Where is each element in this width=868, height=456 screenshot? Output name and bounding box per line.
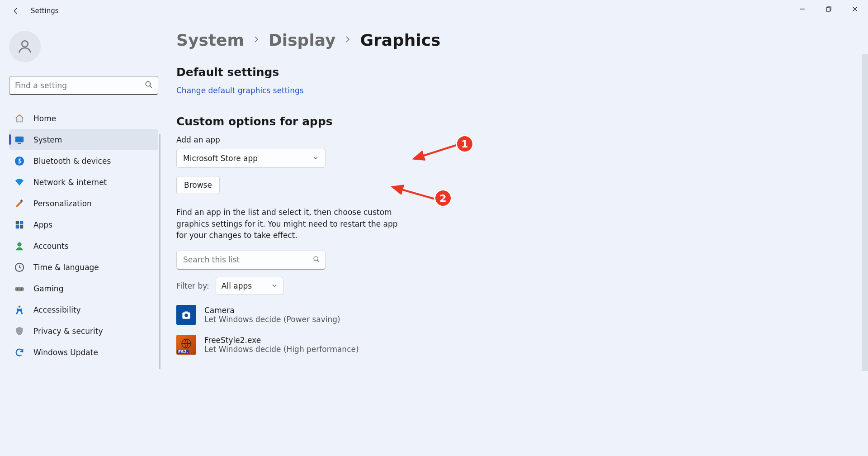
- annotation-badge-1: 1: [456, 135, 474, 153]
- sidebar-item-privacy[interactable]: Privacy & security: [9, 320, 158, 342]
- filter-label: Filter by:: [176, 281, 209, 290]
- app-setting: Let Windows decide (Power saving): [204, 315, 340, 324]
- dropdown-value: Microsoft Store app: [183, 154, 258, 163]
- app-setting: Let Windows decide (High performance): [204, 345, 359, 354]
- content-scrollbar[interactable]: [862, 54, 868, 371]
- chevron-down-icon: [312, 154, 319, 163]
- accessibility-icon: [14, 304, 25, 316]
- app-name: FreeStyle2.exe: [204, 336, 359, 345]
- shield-icon: [14, 325, 25, 337]
- wifi-icon: [14, 176, 25, 188]
- window-title: Settings: [31, 7, 59, 15]
- svg-rect-14: [20, 225, 23, 228]
- svg-rect-11: [16, 221, 19, 224]
- main-content: System Display Graphics Default settings…: [163, 22, 868, 456]
- bluetooth-icon: [14, 155, 25, 167]
- close-icon: [852, 6, 858, 12]
- sidebar-item-bluetooth[interactable]: Bluetooth & devices: [9, 150, 158, 171]
- gamepad-icon: [14, 283, 25, 294]
- svg-point-20: [19, 305, 21, 308]
- svg-point-19: [21, 288, 22, 290]
- sidebar-item-gaming[interactable]: Gaming: [9, 278, 158, 299]
- button-label: Browse: [184, 180, 212, 190]
- app-item-freestyle2[interactable]: FS2. FreeStyle2.exe Let Windows decide (…: [176, 335, 850, 355]
- sidebar-item-apps[interactable]: Apps: [9, 214, 158, 235]
- sidebar-item-time[interactable]: Time & language: [9, 256, 158, 278]
- nav-list: Home System Bluetooth & devices Network …: [9, 108, 158, 363]
- svg-line-26: [392, 187, 437, 200]
- svg-rect-1: [826, 8, 830, 11]
- svg-line-6: [150, 86, 152, 88]
- search-icon: [145, 81, 153, 90]
- default-settings-heading: Default settings: [176, 66, 850, 79]
- svg-rect-8: [18, 143, 21, 144]
- svg-rect-13: [16, 225, 19, 228]
- chevron-down-icon: [271, 281, 278, 290]
- sidebar-scrollbar[interactable]: [159, 134, 160, 369]
- sidebar-item-accounts[interactable]: Accounts: [9, 235, 158, 256]
- sidebar-item-label: Home: [33, 114, 56, 123]
- minimize-icon: [800, 6, 805, 12]
- help-text: Find an app in the list and select it, t…: [176, 207, 407, 242]
- sidebar-item-personalization[interactable]: Personalization: [9, 193, 158, 214]
- svg-rect-12: [20, 221, 23, 224]
- sidebar-item-label: Gaming: [33, 284, 63, 293]
- sidebar-item-label: Privacy & security: [33, 327, 103, 336]
- breadcrumb: System Display Graphics: [176, 31, 850, 49]
- maximize-icon: [826, 6, 831, 12]
- search-input[interactable]: [9, 76, 158, 95]
- window-controls: [789, 0, 868, 18]
- add-app-label: Add an app: [176, 135, 850, 144]
- sidebar-item-label: System: [33, 135, 62, 144]
- add-app-dropdown[interactable]: Microsoft Store app: [176, 149, 326, 168]
- sidebar-item-label: Time & language: [33, 263, 99, 272]
- svg-point-15: [17, 242, 21, 246]
- camera-app-icon: [176, 305, 196, 325]
- avatar[interactable]: [9, 31, 41, 62]
- sidebar-item-label: Bluetooth & devices: [33, 157, 111, 166]
- update-icon: [14, 347, 25, 358]
- svg-point-21: [314, 256, 318, 261]
- home-icon: [14, 113, 25, 124]
- sidebar-item-label: Accessibility: [33, 305, 81, 314]
- back-button[interactable]: [8, 7, 24, 15]
- svg-point-9: [15, 156, 24, 165]
- breadcrumb-graphics: Graphics: [360, 31, 440, 49]
- maximize-button[interactable]: [816, 0, 842, 18]
- sidebar-item-network[interactable]: Network & internet: [9, 171, 158, 193]
- freestyle2-app-icon: FS2.: [176, 335, 196, 355]
- svg-rect-7: [15, 136, 24, 142]
- svg-point-23: [184, 314, 188, 317]
- apps-icon: [14, 219, 25, 231]
- filter-row: Filter by: All apps: [176, 277, 850, 295]
- minimize-button[interactable]: [789, 0, 816, 18]
- custom-options-heading: Custom options for apps: [176, 115, 850, 128]
- sidebar-item-home[interactable]: Home: [9, 108, 158, 129]
- sidebar-item-label: Accounts: [33, 242, 69, 251]
- app-item-camera[interactable]: Camera Let Windows decide (Power saving): [176, 305, 850, 325]
- sidebar-item-label: Network & internet: [33, 178, 107, 187]
- chevron-right-icon: [344, 35, 352, 45]
- close-button[interactable]: [842, 0, 868, 18]
- svg-point-18: [17, 288, 19, 290]
- sidebar-item-label: Apps: [33, 220, 52, 229]
- change-default-graphics-link[interactable]: Change default graphics settings: [176, 86, 304, 95]
- app-name: Camera: [204, 306, 340, 315]
- svg-rect-17: [15, 287, 24, 291]
- breadcrumb-display[interactable]: Display: [269, 31, 335, 49]
- settings-search: [9, 76, 158, 95]
- browse-button[interactable]: Browse: [176, 176, 220, 194]
- svg-line-25: [414, 144, 459, 159]
- system-icon: [14, 134, 25, 146]
- account-icon: [14, 240, 25, 252]
- list-search-input[interactable]: [176, 251, 326, 270]
- clock-icon: [14, 261, 25, 273]
- arrow-left-icon: [12, 7, 20, 15]
- svg-line-22: [317, 260, 319, 262]
- filter-dropdown[interactable]: All apps: [216, 277, 283, 295]
- breadcrumb-system[interactable]: System: [176, 31, 244, 49]
- sidebar-item-system[interactable]: System: [9, 129, 158, 150]
- sidebar-item-update[interactable]: Windows Update: [9, 342, 158, 363]
- sidebar-item-accessibility[interactable]: Accessibility: [9, 299, 158, 320]
- search-icon: [313, 256, 320, 265]
